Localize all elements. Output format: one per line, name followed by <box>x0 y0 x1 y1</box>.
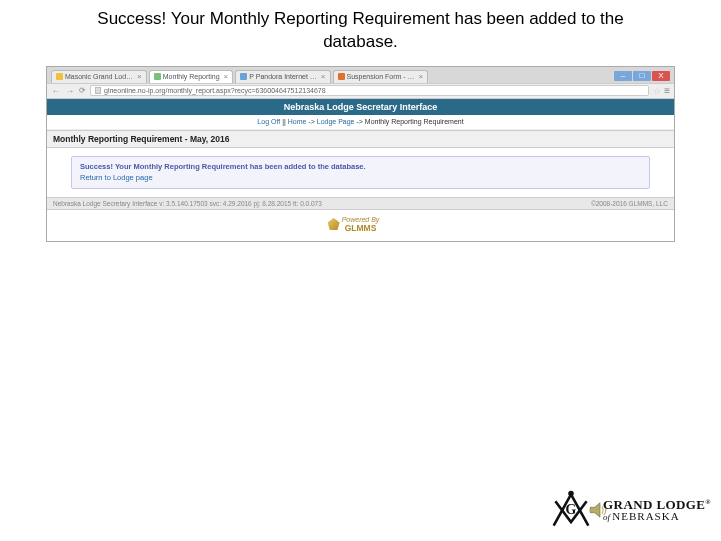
logo-of: of <box>603 512 612 522</box>
footer-right-text: ©2008-2016 GLMMS, LLC <box>591 200 668 207</box>
tab-close-icon[interactable]: × <box>224 72 229 81</box>
breadcrumb: Log Off || Home -> Lodge Page -> Monthly… <box>47 115 674 130</box>
square-and-compass-icon: G <box>545 487 597 533</box>
tab-monthly-reporting[interactable]: Monthly Reporting × <box>149 70 233 83</box>
tab-label: Monthly Reporting <box>163 73 220 80</box>
window-maximize-button[interactable]: □ <box>633 71 651 81</box>
logo-state: NEBRASKA <box>612 510 679 522</box>
grand-lodge-text: GRAND LODGE® of NEBRASKA <box>603 498 711 522</box>
tab-close-icon[interactable]: × <box>137 72 142 81</box>
svg-text:G: G <box>566 502 577 517</box>
breadcrumb-lodge[interactable]: Lodge Page <box>317 118 355 125</box>
system-banner: Nebraska Lodge Secretary Interface <box>47 99 674 115</box>
app-footer: Nebraska Lodge Secretary Interface v: 3.… <box>47 197 674 210</box>
forward-button[interactable]: → <box>65 86 75 96</box>
glmms-name: GLMMS <box>342 223 380 233</box>
reload-button[interactable]: ⟳ <box>79 86 86 95</box>
favicon <box>154 73 161 80</box>
powered-by: Powered By GLMMS <box>47 210 674 241</box>
window-close-button[interactable]: X <box>652 71 670 81</box>
tab-masonic[interactable]: Masonic Grand Lod… × <box>51 70 147 83</box>
tab-label: Suspension Form - … <box>347 73 415 80</box>
breadcrumb-home[interactable]: Home <box>288 118 307 125</box>
svg-point-1 <box>568 491 574 497</box>
logoff-link[interactable]: Log Off <box>257 118 280 125</box>
tab-close-icon[interactable]: × <box>321 72 326 81</box>
window-controls: – □ X <box>614 71 670 83</box>
url-text: glneonline.no-ip.org/monthly_report.aspx… <box>104 87 326 94</box>
section-heading: Monthly Reporting Requirement - May, 201… <box>47 130 674 148</box>
registered-mark: ® <box>705 498 711 506</box>
favicon <box>56 73 63 80</box>
favicon <box>240 73 247 80</box>
favicon <box>338 73 345 80</box>
slide-title: Success! Your Monthly Reporting Requirem… <box>0 0 721 66</box>
footer-left-text: Nebraska Lodge Secretary Interface v: 3.… <box>53 200 322 207</box>
success-message-box: Success! Your Monthly Reporting Requirem… <box>71 156 650 189</box>
browser-window: Masonic Grand Lod… × Monthly Reporting ×… <box>46 66 675 242</box>
back-button[interactable]: ← <box>51 86 61 96</box>
return-link[interactable]: Return to Lodge page <box>80 173 641 182</box>
chrome-menu-icon[interactable]: ≡ <box>664 85 670 96</box>
powered-by-label: Powered By <box>342 216 380 223</box>
tab-suspension[interactable]: Suspension Form - … × <box>333 70 429 83</box>
tab-label: Masonic Grand Lod… <box>65 73 133 80</box>
url-field[interactable]: glneonline.no-ip.org/monthly_report.aspx… <box>90 85 649 96</box>
tab-strip: Masonic Grand Lod… × Monthly Reporting ×… <box>47 67 674 83</box>
page-content: Nebraska Lodge Secretary Interface Log O… <box>47 99 674 241</box>
document-icon <box>95 87 101 94</box>
bookmark-star-icon[interactable]: ☆ <box>653 86 661 96</box>
tab-label: P Pandora Internet … <box>249 73 317 80</box>
glmms-logo: Powered By GLMMS <box>342 216 380 233</box>
breadcrumb-current: Monthly Reporting Requirement <box>365 118 464 125</box>
success-message-text: Success! Your Monthly Reporting Requirem… <box>80 162 641 171</box>
tab-pandora[interactable]: P Pandora Internet … × <box>235 70 330 83</box>
address-bar: ← → ⟳ glneonline.no-ip.org/monthly_repor… <box>47 83 674 99</box>
tab-close-icon[interactable]: × <box>419 72 424 81</box>
grand-lodge-logo: G GRAND LODGE® of NEBRASKA <box>545 487 711 533</box>
window-minimize-button[interactable]: – <box>614 71 632 81</box>
